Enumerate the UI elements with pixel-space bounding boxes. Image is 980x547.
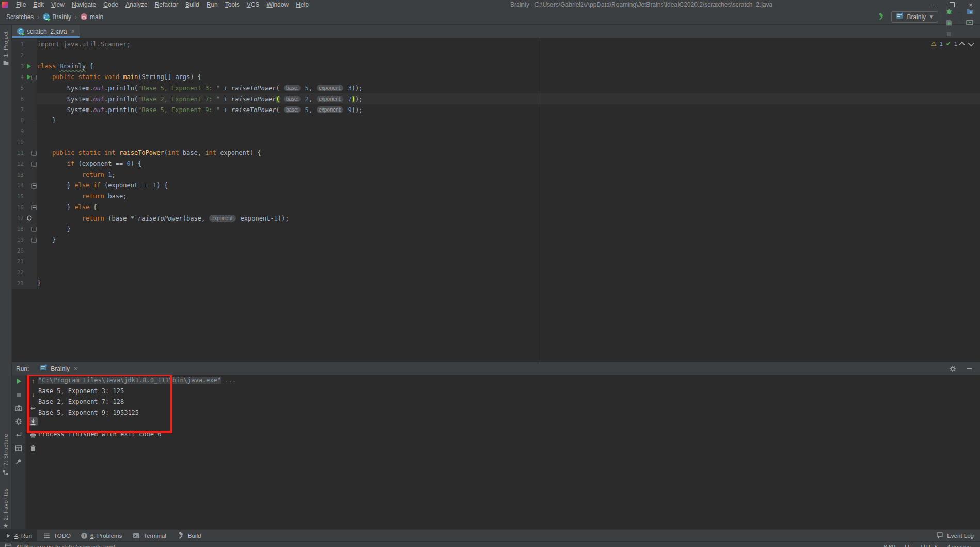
menu-code[interactable]: Code [100,1,122,9]
gutter: 21 [11,256,37,267]
fold-marker[interactable] [31,205,37,210]
code-line-14: 14 } else if (exponent == 1) { [11,180,980,191]
toolbar-divider [959,13,959,21]
menu-vcs[interactable]: VCS [243,1,263,9]
run-tool-window-button[interactable] [963,17,976,28]
menu-build[interactable]: Build [182,1,203,9]
coverage-button[interactable] [942,17,955,28]
tool-tab-run[interactable]: 4: Run [0,530,37,541]
console-output[interactable]: "C:\Program Files\Java\jdk1.8.0_111\bin\… [38,375,980,440]
profiler-button[interactable] [14,417,23,426]
line-number: 6 [11,93,24,104]
build-project-button[interactable] [874,11,887,23]
code-line-11: 11 public static int raiseToPower(int ba… [11,148,980,159]
breadcrumb-item-main[interactable]: mmain [81,13,103,21]
status-indent-size[interactable]: 4 spaces [947,544,971,547]
jump-to-source-button[interactable] [14,431,23,439]
play-small-icon [5,533,11,539]
status-message[interactable]: All files are up-to-date (moments ago) [16,544,115,547]
gutter: 3 [11,61,37,72]
fold-marker[interactable] [31,162,37,167]
menu-tools[interactable]: Tools [222,1,243,9]
editor-tab-bar: scratch_2.java × [11,24,980,38]
clear-all-button[interactable] [28,444,38,452]
dump-threads-button[interactable] [14,404,23,412]
breadcrumb-label: Scratches [6,13,34,21]
run-tab-brainly[interactable]: Brainly × [37,363,80,374]
code-text: class Brainly { [37,61,93,72]
menu-analyze[interactable]: Analyze [122,1,151,9]
status-encoding[interactable]: UTF-8 [921,544,938,547]
menu-edit[interactable]: Edit [29,1,48,9]
menu-view[interactable]: View [48,1,68,9]
folded-command-ellipsis[interactable]: ... [221,377,236,384]
breadcrumb-item-brainly[interactable]: Brainly [43,13,71,21]
fold-marker[interactable] [31,183,37,189]
menu-refactor[interactable]: Refactor [151,1,182,9]
hide-panel-button[interactable] [965,365,974,373]
inspections-widget[interactable]: ⚠︎ 1 ✔ 1 [931,40,973,48]
tool-tab-label: 4: Run [14,533,32,539]
typo-check-icon: ✔ [946,40,951,48]
code-line-19: 19 } [11,235,980,245]
line-number: 7 [11,104,24,115]
stop-button[interactable] [942,28,955,40]
warning-count: 1 [940,41,943,47]
idea-logo-icon [2,2,8,8]
stop-button[interactable] [14,390,23,399]
previous-problem-icon[interactable] [959,41,966,48]
fold-marker[interactable] [31,75,37,80]
minimize-button[interactable] [924,0,943,9]
code-line-23: 23} [11,278,980,289]
tool-tab-build[interactable]: Build [171,530,207,541]
run-gutter-icon[interactable] [27,64,31,69]
breadcrumb-separator: › [36,13,41,21]
status-caret-position[interactable]: 6:60 [884,544,895,547]
restore-layout-button[interactable] [14,444,23,452]
tool-tab-terminal[interactable]: Terminal [127,530,171,541]
sidebar-item-favorites[interactable]: 2: Favorites ★ [0,488,11,529]
tool-tab-problems[interactable]: !6: Problems [76,530,127,541]
maximize-button[interactable] [943,0,961,9]
code-line-2: 2 [11,50,980,61]
menu-navigate[interactable]: Navigate [68,1,100,9]
menu-run[interactable]: Run [203,1,222,9]
editor[interactable]: 1import java.util.Scanner;23class Brainl… [11,38,980,362]
sidebar-item-structure[interactable]: 7: Structure [0,434,11,477]
fold-marker[interactable] [31,227,37,232]
sidebar-item-project[interactable]: 1: Project [0,31,11,66]
close-icon: × [969,2,973,8]
status-line-ending[interactable]: LF [905,544,911,547]
tab-scratch-2-java[interactable]: scratch_2.java × [12,25,80,38]
code-line-3: 3class Brainly { [11,61,980,72]
settings-button[interactable] [948,365,957,373]
line-number: 12 [11,159,24,169]
recursive-call-icon[interactable] [25,214,34,222]
tab-close-icon[interactable]: × [71,28,75,35]
gutter: 22 [11,267,37,278]
run-tool-window-icon [966,19,974,27]
run-config-selector[interactable]: Brainly ▼ [891,11,938,23]
menu-window[interactable]: Window [263,1,292,9]
tool-tab-todo[interactable]: TODO [37,530,76,541]
tool-window-bar: 4: RunTODO!6: ProblemsTerminalBuild Even… [0,529,980,541]
breadcrumb-item-scratches[interactable]: Scratches [6,13,34,21]
fold-marker[interactable] [31,238,37,243]
run-gutter-icon[interactable] [27,74,31,80]
annotation-red-box [27,373,172,433]
run-tab-close-icon[interactable]: × [74,365,78,372]
run-config-icon [895,12,904,20]
fold-marker[interactable] [31,151,37,156]
pin-button[interactable] [14,458,23,466]
event-log-button[interactable]: Event Log [936,531,974,540]
close-button[interactable]: × [961,0,980,9]
code-text: System.out.println("Base 5, Exponent 3: … [37,83,362,93]
chevron-down-icon: ▼ [929,14,934,20]
menu-help[interactable]: Help [292,1,312,9]
menu-bar: FileEditViewNavigateCodeAnalyzeRefactorB… [0,0,980,9]
rerun-button[interactable] [14,377,23,385]
problems-icon: ! [81,533,87,539]
code-line-17: 17 return (base * raiseToPower(base, exp… [11,213,980,224]
console-command-line: "C:\Program Files\Java\jdk1.8.0_111\bin\… [38,375,980,386]
menu-file[interactable]: File [12,1,29,9]
